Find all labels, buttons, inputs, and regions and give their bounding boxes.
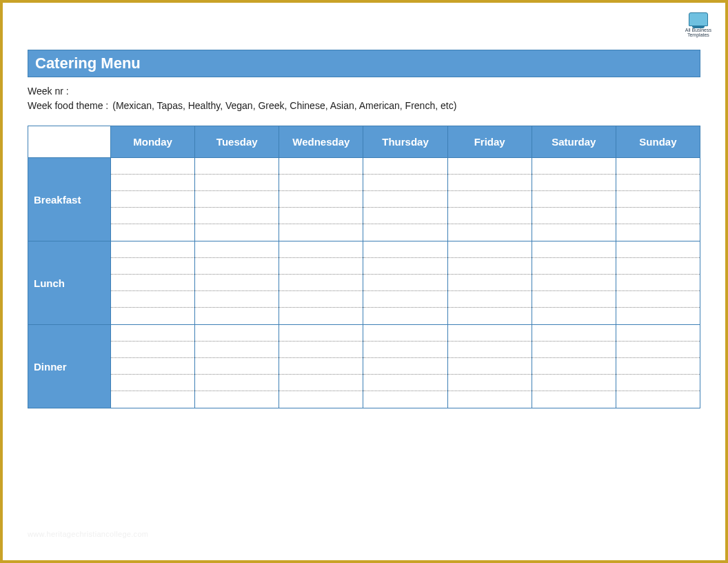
meal-cell: [447, 158, 532, 241]
meal-slot: [616, 358, 700, 375]
meal-row-header: Lunch: [28, 241, 111, 325]
page-title: Catering Menu: [35, 55, 141, 72]
meal-slot: [448, 375, 532, 391]
meal-row: Dinner: [28, 325, 700, 408]
meal-slot: [363, 175, 447, 191]
meta-week-nr: Week nr :: [28, 84, 700, 99]
meal-slot: [363, 308, 447, 324]
meal-slot: [616, 191, 700, 208]
meal-slot: [195, 325, 279, 342]
meal-slot: [616, 308, 700, 324]
brand-watermark-text: All Business Templates: [685, 28, 711, 37]
meal-slot: [448, 224, 532, 241]
meal-slot: [532, 391, 616, 408]
meal-slot: [448, 175, 532, 191]
theme-label: Week food theme :: [28, 99, 108, 113]
meal-slot: [195, 358, 279, 375]
meal-slot: [279, 275, 363, 291]
meal-slot: [532, 158, 616, 175]
meal-slot: [195, 275, 279, 291]
meal-slot: [448, 191, 532, 208]
meal-slot: [111, 208, 194, 224]
meal-slot: [195, 375, 279, 391]
day-header: Monday: [111, 126, 195, 158]
day-header: Friday: [447, 126, 532, 158]
meal-slot: [616, 291, 700, 308]
meal-slot: [363, 258, 447, 275]
meal-slot: [448, 258, 532, 275]
meal-cell: [616, 325, 700, 408]
meal-cell: [111, 241, 195, 325]
meal-slot: [111, 241, 194, 258]
meal-slot: [532, 275, 616, 291]
meal-slot: [448, 241, 532, 258]
footer-watermark: www.heritagechristiancollege.com: [28, 530, 148, 538]
meal-slot: [532, 375, 616, 391]
meal-slot: [195, 158, 279, 175]
meal-slot: [448, 208, 532, 224]
day-header: Saturday: [532, 126, 616, 158]
meal-slot: [616, 175, 700, 191]
meal-slot: [279, 241, 363, 258]
meal-slot: [279, 191, 363, 208]
meal-cell: [279, 241, 363, 325]
meal-row-header: Breakfast: [28, 158, 111, 241]
day-header: Wednesday: [279, 126, 363, 158]
meal-cell: [195, 241, 279, 325]
meal-row: Lunch: [28, 241, 700, 325]
meal-cell: [363, 158, 447, 241]
meal-cell: [616, 158, 700, 241]
meal-slot: [279, 158, 363, 175]
meal-slot: [616, 158, 700, 175]
meal-cell: [279, 158, 363, 241]
meal-slot: [448, 391, 532, 408]
page-content: Catering Menu Week nr : Week food theme …: [3, 3, 725, 422]
meal-slot: [279, 342, 363, 358]
meal-cell: [616, 241, 700, 325]
meal-slot: [363, 224, 447, 241]
meal-cell: [532, 241, 616, 325]
meal-slot: [195, 391, 279, 408]
meal-slot: [532, 224, 616, 241]
meal-slot: [279, 375, 363, 391]
meal-row-header: Dinner: [28, 325, 111, 408]
meal-row: Breakfast: [28, 158, 700, 241]
meal-slot: [195, 308, 279, 324]
meal-slot: [448, 308, 532, 324]
meal-slot: [279, 224, 363, 241]
meal-slot: [616, 224, 700, 241]
meal-slot: [363, 358, 447, 375]
meal-slot: [195, 291, 279, 308]
meal-slot: [532, 291, 616, 308]
meal-slot: [616, 208, 700, 224]
meal-slot: [616, 325, 700, 342]
day-header: Sunday: [616, 126, 700, 158]
meal-cell: [363, 241, 447, 325]
meal-slot: [532, 241, 616, 258]
meal-slot: [532, 175, 616, 191]
meal-slot: [363, 208, 447, 224]
meal-slot: [616, 391, 700, 408]
meal-slot: [279, 258, 363, 275]
day-header: Tuesday: [195, 126, 279, 158]
meal-cell: [532, 158, 616, 241]
meal-slot: [532, 342, 616, 358]
meal-slot: [363, 325, 447, 342]
brand-watermark: All Business Templates: [685, 12, 711, 37]
meal-slot: [363, 158, 447, 175]
meal-slot: [279, 208, 363, 224]
meal-slot: [448, 325, 532, 342]
menu-table-head: Monday Tuesday Wednesday Thursday Friday…: [28, 126, 700, 158]
meal-slot: [532, 191, 616, 208]
title-bar: Catering Menu: [28, 50, 700, 77]
meal-slot: [363, 275, 447, 291]
meal-slot: [111, 342, 194, 358]
meal-cell: [447, 325, 532, 408]
menu-table: Monday Tuesday Wednesday Thursday Friday…: [28, 126, 700, 408]
meal-slot: [363, 375, 447, 391]
meal-slot: [616, 275, 700, 291]
meal-slot: [111, 308, 194, 324]
day-header: Thursday: [363, 126, 447, 158]
meal-slot: [279, 391, 363, 408]
meal-slot: [448, 158, 532, 175]
